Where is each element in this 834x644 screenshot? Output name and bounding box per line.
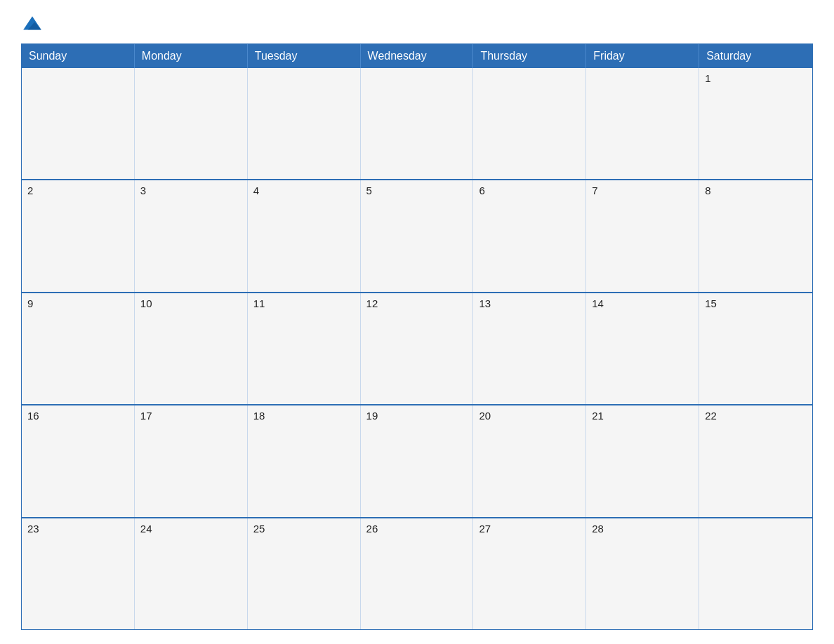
logo-icon	[21, 14, 44, 36]
week-row-3: 9101112131415	[22, 292, 812, 404]
day-number: 13	[479, 297, 491, 309]
week-row-1: 1	[22, 68, 812, 179]
day-header-friday: Friday	[586, 44, 699, 68]
day-cell	[22, 68, 135, 179]
day-number: 15	[705, 297, 717, 309]
day-number: 28	[592, 523, 604, 535]
day-number: 22	[705, 410, 717, 422]
day-number: 10	[140, 297, 152, 309]
day-number: 18	[253, 410, 265, 422]
day-header-tuesday: Tuesday	[248, 44, 361, 68]
day-number: 12	[366, 297, 378, 309]
day-cell: 23	[22, 518, 135, 629]
day-cell: 25	[248, 518, 361, 629]
day-number: 27	[479, 523, 491, 535]
page: SundayMondayTuesdayWednesdayThursdayFrid…	[0, 0, 834, 644]
day-header-thursday: Thursday	[473, 44, 586, 68]
day-cell: 7	[586, 180, 699, 291]
week-row-5: 232425262728	[22, 517, 812, 629]
day-cell: 27	[473, 518, 586, 629]
calendar: SundayMondayTuesdayWednesdayThursdayFrid…	[21, 43, 813, 630]
day-cell: 24	[135, 518, 248, 629]
day-cell: 14	[586, 293, 699, 404]
day-cell	[248, 68, 361, 179]
day-number: 17	[140, 410, 152, 422]
day-number: 3	[140, 185, 146, 196]
day-header-sunday: Sunday	[22, 44, 135, 68]
day-header-monday: Monday	[135, 44, 248, 68]
week-row-4: 16171819202122	[22, 404, 812, 516]
day-cell: 20	[473, 405, 586, 516]
day-headers: SundayMondayTuesdayWednesdayThursdayFrid…	[22, 44, 812, 68]
day-cell	[699, 518, 812, 629]
day-cell	[586, 68, 699, 179]
logo	[21, 14, 46, 36]
day-cell	[361, 68, 474, 179]
day-number: 21	[592, 410, 604, 422]
day-number: 7	[592, 185, 597, 196]
day-cell: 21	[586, 405, 699, 516]
day-number: 19	[366, 410, 378, 422]
week-row-2: 2345678	[22, 179, 812, 291]
day-cell: 5	[361, 180, 474, 291]
day-number: 4	[253, 185, 259, 196]
day-cell: 11	[248, 293, 361, 404]
header	[21, 14, 813, 36]
weeks: 1234567891011121314151617181920212223242…	[22, 68, 812, 629]
day-number: 14	[592, 297, 604, 309]
day-header-saturday: Saturday	[699, 44, 812, 68]
day-number: 11	[253, 297, 265, 309]
day-cell	[473, 68, 586, 179]
day-cell: 17	[135, 405, 248, 516]
day-cell: 8	[699, 180, 812, 291]
day-number: 20	[479, 410, 491, 422]
day-cell: 6	[473, 180, 586, 291]
day-cell: 19	[361, 405, 474, 516]
day-cell: 13	[473, 293, 586, 404]
day-cell: 26	[361, 518, 474, 629]
day-cell: 12	[361, 293, 474, 404]
day-number: 23	[27, 523, 39, 535]
day-header-wednesday: Wednesday	[361, 44, 474, 68]
day-cell: 1	[699, 68, 812, 179]
day-cell	[135, 68, 248, 179]
day-number: 9	[27, 297, 33, 309]
day-number: 25	[253, 523, 265, 535]
day-cell: 22	[699, 405, 812, 516]
day-number: 8	[705, 185, 710, 196]
day-cell: 9	[22, 293, 135, 404]
day-cell: 16	[22, 405, 135, 516]
day-cell: 15	[699, 293, 812, 404]
day-cell: 3	[135, 180, 248, 291]
day-number: 16	[27, 410, 39, 422]
day-number: 1	[705, 72, 710, 84]
day-number: 26	[366, 523, 378, 535]
day-cell: 2	[22, 180, 135, 291]
day-number: 2	[27, 185, 33, 196]
day-cell: 10	[135, 293, 248, 404]
day-number: 5	[366, 185, 372, 196]
day-cell: 28	[586, 518, 699, 629]
day-number: 6	[479, 185, 484, 196]
day-cell: 4	[248, 180, 361, 291]
day-number: 24	[140, 523, 152, 535]
day-cell: 18	[248, 405, 361, 516]
